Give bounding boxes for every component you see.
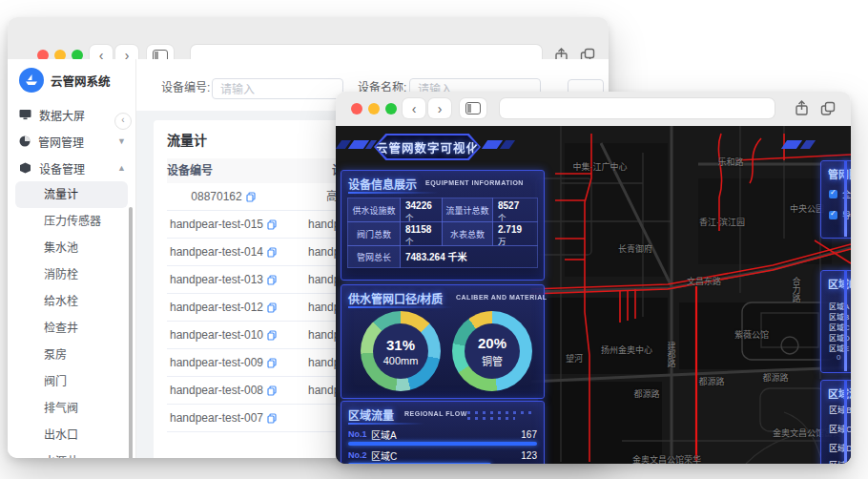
map-road-label: 都源路 [698, 375, 724, 387]
panel-title: 设备信息展示 [348, 176, 417, 192]
sidebar-subitem-inspection-well[interactable]: 检查井 [8, 315, 135, 342]
equipment-info-panel: 设备信息展示 EQUIPMENT INFORMATION 供水设施数 34226… [341, 170, 545, 281]
copy-icon[interactable] [267, 358, 277, 368]
stat-label: 管网总长 [347, 245, 401, 268]
back-button[interactable]: ‹ [403, 98, 425, 118]
column-header-device-id: 设备编号 [167, 158, 279, 183]
stat-value: 7483.264 千米 [400, 245, 538, 268]
map-poi-label: 长青御府 [618, 242, 652, 255]
checkbox-checked-icon[interactable] [829, 211, 837, 219]
copy-icon[interactable] [267, 247, 277, 258]
sidebar-subitem-flow-meter[interactable]: 流量计 [15, 181, 128, 208]
sidebar-subitem-pump-house[interactable]: 泵房 [8, 342, 135, 368]
panel-subtitle: CALIBER AND MATERIAL [456, 294, 548, 301]
sidebar-subitem-fire-hydrant[interactable]: 消防栓 [8, 261, 135, 288]
zoom-window-button[interactable] [385, 103, 397, 115]
map-poi-label: 香江·滨江园 [699, 216, 745, 228]
sidebar-subitem-exhaust-valve[interactable]: 排气阀 [8, 395, 135, 422]
flow-bar [348, 463, 491, 464]
sidebar-subitem-water-outlet[interactable]: 出水口 [8, 422, 135, 448]
screen-icon [19, 109, 31, 120]
map-poi-label: 扬州金奥中心 [601, 344, 652, 356]
deco-dots [467, 417, 515, 420]
sidebar-toggle-button[interactable] [460, 98, 486, 118]
layer-option-import[interactable]: 导入 [829, 209, 851, 221]
sidebar-item-label: 设备管理 [39, 160, 117, 177]
title-underline [348, 192, 439, 194]
panel-subtitle: EQUIPMENT INFORMATION [425, 179, 524, 186]
minimize-window-button[interactable] [368, 103, 380, 115]
share-icon [795, 100, 809, 116]
map-road-label: 都源路 [633, 387, 659, 400]
device-id: handpear-test-008 [170, 377, 263, 404]
checkbox-checked-icon[interactable] [829, 190, 837, 198]
device-id: 08870162 [191, 183, 241, 210]
sidebar-subitem-pressure-sensor[interactable]: 压力传感器 [8, 208, 135, 235]
sidebar-subitem-water-source-well[interactable]: 水源井 [8, 448, 135, 458]
sidebar-item-devices[interactable]: 设备管理 ▲ [8, 155, 135, 181]
close-window-button[interactable] [351, 103, 362, 115]
legend-item: 区域C [829, 322, 851, 332]
forward-button[interactable]: › [428, 98, 451, 118]
sidebar-subitem-water-hydrant[interactable]: 给水栓 [8, 288, 135, 315]
map-road-label: 合力路 [791, 278, 803, 303]
panel-title: 区域峰值 [828, 276, 851, 291]
stat-label: 水表总数 [442, 221, 493, 246]
title-underline [348, 423, 424, 425]
dashboard-title: 云管网数字可视化 [376, 135, 479, 158]
map-poi-label: 紫薇公馆 [734, 328, 769, 341]
device-id: handpear-test-014 [170, 239, 263, 265]
copy-icon[interactable] [246, 192, 256, 202]
share-button[interactable] [790, 98, 813, 118]
sidebar-collapse-button[interactable]: ‹ [114, 113, 132, 130]
device-id-label: 设备编号: [161, 78, 210, 94]
copy-icon[interactable] [267, 330, 277, 341]
copy-icon[interactable] [267, 385, 277, 396]
stat-label: 阀门总数 [347, 221, 401, 246]
device-id-input[interactable]: 请输入 [212, 78, 343, 99]
material-donut-chart: 20%铜管 [452, 311, 532, 391]
sidebar-subitem-valve[interactable]: 阀门 [8, 368, 135, 395]
tab-overview-button[interactable] [816, 98, 839, 118]
boat-logo-icon [24, 73, 39, 87]
dashboard-title-badge: 云管网数字可视化 [374, 134, 481, 160]
legend-item: 区域E [829, 343, 851, 353]
regional-flow-panel: 区域流量 REGIONAL FLOW No.1 区域A 167 No.2 区域C… [341, 401, 545, 464]
map-road-label: 乐和路 [717, 156, 743, 168]
address-bar[interactable] [500, 98, 775, 118]
layer-option-select-all[interactable]: 全选 [829, 188, 851, 200]
map-poi-label: 中央公园 [790, 202, 824, 215]
legend-item: 区域D [829, 332, 851, 343]
sidebar-scrollbar[interactable] [129, 207, 133, 458]
list-item: 区域D [829, 442, 851, 454]
device-id: handpear-test-009 [170, 349, 263, 376]
copy-icon[interactable] [267, 413, 277, 424]
title-underline [348, 306, 453, 308]
device-id: handpear-test-015 [170, 211, 263, 238]
panel-title: 管网图层 [828, 166, 851, 181]
sidebar-item-label: 数据大屏 [39, 107, 126, 123]
list-item: 区域E [829, 459, 851, 464]
map-road-label: 建都路 [666, 343, 678, 368]
device-id: handpear-test-013 [170, 266, 263, 293]
panel-subtitle: REGIONAL FLOW [404, 410, 467, 417]
copy-icon[interactable] [267, 219, 277, 230]
deco-dots [467, 411, 534, 414]
device-id: handpear-test-007 [170, 405, 263, 431]
stat-value: 81158个 [400, 221, 443, 246]
tabs-icon [820, 101, 836, 116]
sidebar-item-label: 管网管理 [38, 134, 117, 150]
sidebar-subitem-collecting-pool[interactable]: 集水池 [8, 235, 135, 261]
copy-icon[interactable] [267, 275, 277, 285]
app-logo [19, 68, 44, 93]
map-road-label: 都源路 [762, 371, 788, 384]
caliber-donut-chart: 31%400mm [361, 311, 441, 391]
visualization-dashboard: 乐和路 中集·江广中心 中央公园 香江·滨江园 长青御府 文昌东路 合力路 紫薇… [336, 126, 851, 464]
sidebar-item-pipe-network[interactable]: 管网管理 ▼ [8, 128, 135, 155]
chevron-down-icon: ▼ [117, 136, 126, 146]
device-box-icon [19, 162, 31, 174]
stat-label: 流量计总数 [442, 198, 493, 222]
copy-icon[interactable] [267, 302, 277, 313]
front-browser-chrome: ‹ › [336, 92, 851, 127]
panel-title: 区域流量 [348, 406, 394, 423]
